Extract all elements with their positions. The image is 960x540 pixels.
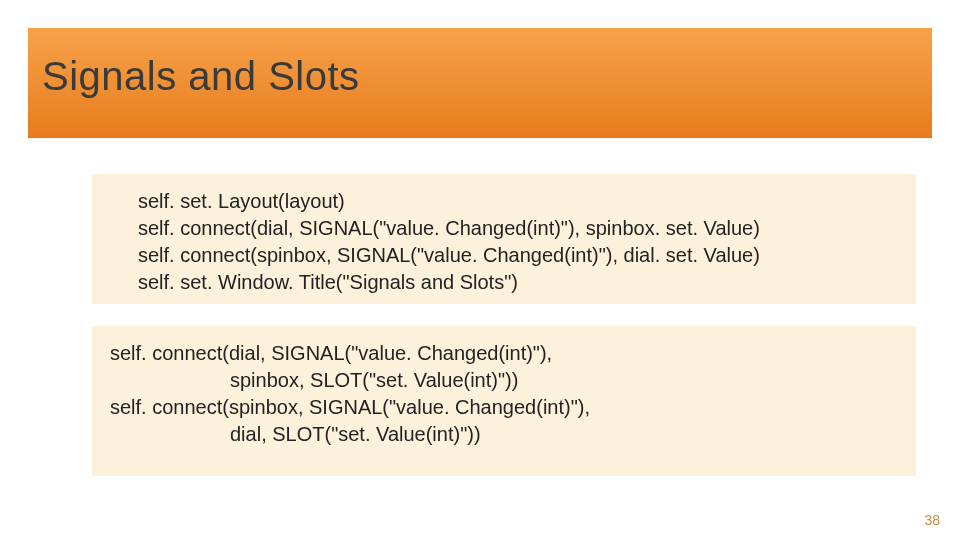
code-block-1: self. set. Layout(layout) self. connect(… (92, 174, 916, 304)
page-number: 38 (924, 512, 940, 528)
code-line: self. connect(dial, SIGNAL("value. Chang… (138, 215, 900, 242)
slide-title: Signals and Slots (42, 54, 360, 99)
title-bar: Signals and Slots (28, 28, 932, 138)
slide: Signals and Slots self. set. Layout(layo… (0, 0, 960, 540)
code-line: dial, SLOT("set. Value(int)")) (110, 421, 900, 448)
code-block-2: self. connect(dial, SIGNAL("value. Chang… (92, 326, 916, 476)
code-line: self. set. Layout(layout) (138, 188, 900, 215)
code-line: self. set. Window. Title("Signals and Sl… (138, 269, 900, 296)
code-line: spinbox, SLOT("set. Value(int)")) (110, 367, 900, 394)
code-line: self. connect(spinbox, SIGNAL("value. Ch… (110, 394, 900, 421)
code-line: self. connect(spinbox, SIGNAL("value. Ch… (138, 242, 900, 269)
code-line: self. connect(dial, SIGNAL("value. Chang… (110, 340, 900, 367)
